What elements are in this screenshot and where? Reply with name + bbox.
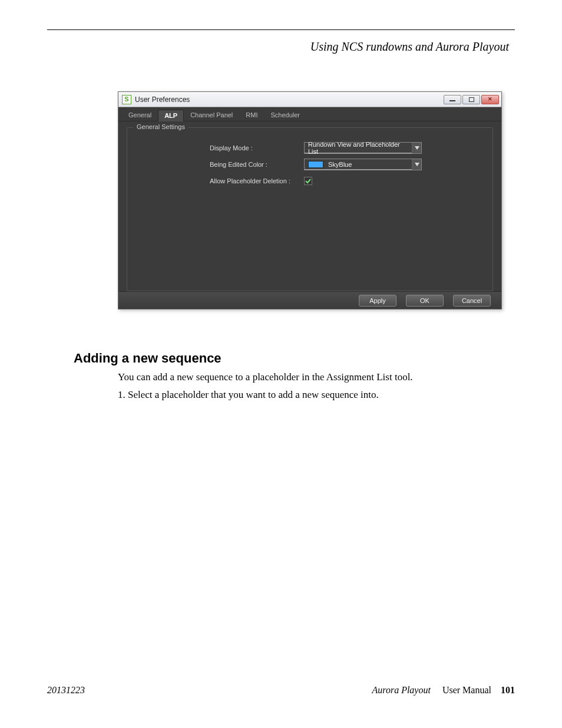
check-icon — [305, 178, 311, 184]
cancel-button[interactable]: Cancel — [453, 295, 491, 307]
display-mode-select[interactable]: Rundown View and Placeholder List — [304, 142, 422, 154]
header-rule — [47, 29, 515, 30]
being-edited-color-select[interactable]: SkyBlue — [304, 159, 422, 170]
ok-button[interactable]: OK — [406, 295, 444, 307]
window-title: User Preferences — [135, 95, 444, 104]
label-being-edited-color: Being Edited Color : — [210, 161, 304, 168]
minimize-button[interactable] — [444, 95, 461, 104]
display-mode-value: Rundown View and Placeholder List — [305, 143, 412, 153]
tab-general[interactable]: General — [122, 109, 158, 121]
step-1: 1. Select a placeholder that you want to… — [118, 389, 379, 401]
tab-scheduler[interactable]: Scheduler — [264, 109, 306, 121]
app-icon-letter: S — [124, 96, 128, 103]
dialog-body: General Settings Display Mode : Rundown … — [118, 121, 501, 291]
tab-bar: General ALP Channel Panel RMI Scheduler — [118, 107, 501, 121]
minimize-icon — [449, 100, 455, 101]
being-edited-color-value: SkyBlue — [305, 159, 412, 170]
control-being-edited-color: SkyBlue — [304, 159, 422, 170]
document-page: Using NCS rundowns and Aurora Playout S … — [0, 0, 562, 728]
close-button[interactable]: ✕ — [481, 95, 499, 104]
row-display-mode: Display Mode : Rundown View and Placehol… — [210, 140, 487, 156]
svg-marker-1 — [415, 163, 419, 166]
footer-book-title: Aurora Playout — [372, 685, 431, 695]
chevron-down-icon — [412, 143, 421, 153]
tab-rmi[interactable]: RMI — [239, 109, 264, 121]
footer-page-number: 101 — [501, 685, 515, 695]
tab-alp[interactable]: ALP — [158, 110, 184, 121]
maximize-button[interactable] — [462, 95, 480, 104]
dialog-user-preferences: S User Preferences ✕ General ALP Channel… — [118, 91, 502, 309]
control-display-mode: Rundown View and Placeholder List — [304, 142, 422, 154]
form-area: Display Mode : Rundown View and Placehol… — [210, 140, 487, 189]
control-allow-placeholder-deletion — [304, 177, 422, 185]
section-heading: Adding a new sequence — [74, 351, 222, 366]
color-swatch — [308, 161, 323, 168]
row-allow-placeholder-deletion: Allow Placeholder Deletion : — [210, 173, 487, 189]
row-being-edited-color: Being Edited Color : SkyBlue — [210, 156, 487, 173]
display-mode-text: Rundown View and Placeholder List — [308, 141, 408, 155]
app-icon: S — [122, 95, 131, 104]
close-icon: ✕ — [488, 97, 492, 102]
footer-date: 20131223 — [47, 685, 85, 696]
dialog-footer: Apply OK Cancel — [118, 291, 501, 309]
footer-right: Aurora Playout User Manual 101 — [372, 685, 515, 696]
apply-button[interactable]: Apply — [359, 295, 396, 307]
intro-paragraph: You can add a new sequence to a placehol… — [118, 371, 413, 383]
window-controls: ✕ — [444, 95, 499, 104]
titlebar[interactable]: S User Preferences ✕ — [118, 92, 501, 107]
tab-channel-panel[interactable]: Channel Panel — [184, 109, 239, 121]
footer-section: User Manual — [442, 685, 491, 695]
chapter-title: Using NCS rundowns and Aurora Playout — [310, 40, 509, 54]
chevron-down-icon — [412, 159, 421, 170]
screenshot-user-preferences: S User Preferences ✕ General ALP Channel… — [118, 91, 502, 309]
group-legend: General Settings — [133, 123, 189, 130]
maximize-icon — [469, 97, 474, 102]
svg-marker-0 — [415, 146, 419, 150]
general-settings-group: General Settings Display Mode : Rundown … — [127, 127, 493, 291]
label-display-mode: Display Mode : — [210, 144, 304, 151]
label-allow-placeholder-deletion: Allow Placeholder Deletion : — [210, 177, 304, 185]
allow-placeholder-deletion-checkbox[interactable] — [304, 177, 312, 185]
being-edited-color-text: SkyBlue — [328, 161, 352, 168]
